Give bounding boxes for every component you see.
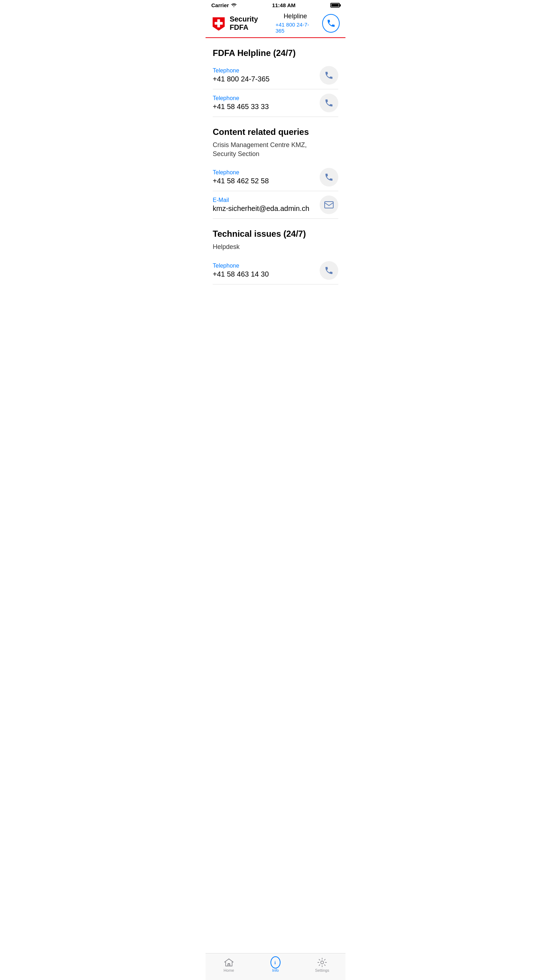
contact-label-email: E-Mail: [213, 197, 309, 204]
header-brand: Security FDFA: [211, 15, 276, 32]
tab-info-label: Info: [272, 968, 279, 972]
tab-home-label: Home: [223, 968, 234, 972]
email-icon-circle: [320, 196, 338, 214]
tab-settings[interactable]: Settings: [299, 958, 346, 972]
contact-info-email: E-Mail kmz-sicherheit@eda.admin.ch: [213, 197, 309, 213]
wifi-icon: [231, 3, 237, 8]
swiss-shield-logo: [211, 16, 226, 31]
tab-settings-label: Settings: [315, 968, 329, 972]
phone-icon-circle-3: [320, 168, 338, 186]
helpline-call-button[interactable]: [322, 14, 340, 33]
section-title-technical: Technical issues (24/7): [213, 229, 338, 239]
info-icon: i: [271, 958, 280, 967]
carrier-text: Carrier: [211, 2, 229, 8]
phone-icon-2: [324, 98, 334, 108]
app-name: Security FDFA: [229, 15, 276, 32]
header-helpline: Helpline +41 800 24-7-365: [276, 13, 340, 34]
phone-icon: [326, 19, 336, 28]
tab-home[interactable]: Home: [205, 958, 252, 972]
phone-icon-circle-1: [320, 66, 338, 85]
section-title-fdfa: FDFA Helpline (24/7): [213, 48, 338, 58]
contact-value-phone4: +41 58 463 14 30: [213, 270, 269, 278]
contact-label-phone3: Telephone: [213, 169, 269, 176]
contact-value-phone1: +41 800 24-7-365: [213, 75, 269, 83]
contact-item-email[interactable]: E-Mail kmz-sicherheit@eda.admin.ch: [213, 191, 338, 219]
phone-icon-4: [324, 266, 334, 275]
email-icon: [324, 201, 334, 208]
helpline-label: Helpline: [284, 13, 307, 20]
contact-label-phone2: Telephone: [213, 95, 269, 102]
app-header: Security FDFA Helpline +41 800 24-7-365: [205, 10, 346, 38]
tab-bar: Home i Info Settings: [205, 953, 346, 980]
svg-rect-1: [215, 22, 222, 24]
contact-item-phone2[interactable]: Telephone +41 58 465 33 33: [213, 89, 338, 117]
main-content: FDFA Helpline (24/7) Telephone +41 800 2…: [205, 48, 346, 313]
contact-item-phone3[interactable]: Telephone +41 58 462 52 58: [213, 164, 338, 191]
section-subtitle-technical: Helpdesk: [213, 242, 338, 251]
contact-info-phone2: Telephone +41 58 465 33 33: [213, 95, 269, 111]
contact-value-phone3: +41 58 462 52 58: [213, 177, 269, 185]
phone-icon-1: [324, 71, 334, 80]
contact-info-phone3: Telephone +41 58 462 52 58: [213, 169, 269, 185]
battery-indicator: [330, 3, 340, 8]
contact-value-phone2: +41 58 465 33 33: [213, 103, 269, 111]
phone-icon-3: [324, 173, 334, 182]
helpline-info: Helpline +41 800 24-7-365: [276, 13, 315, 34]
svg-text:i: i: [274, 960, 276, 965]
settings-icon: [317, 958, 327, 967]
svg-point-5: [321, 961, 323, 964]
contact-label-phone4: Telephone: [213, 262, 269, 269]
tab-info[interactable]: i Info: [252, 958, 299, 972]
section-content-queries: Content related queries Crisis Managemen…: [213, 127, 338, 219]
phone-icon-circle-4: [320, 261, 338, 280]
contact-item-phone1[interactable]: Telephone +41 800 24-7-365: [213, 62, 338, 89]
home-icon: [224, 958, 234, 967]
status-bar: Carrier 11:48 AM: [205, 0, 346, 10]
status-time: 11:48 AM: [272, 2, 295, 8]
section-fdfa-helpline: FDFA Helpline (24/7) Telephone +41 800 2…: [213, 48, 338, 117]
section-technical-issues: Technical issues (24/7) Helpdesk Telepho…: [213, 229, 338, 284]
phone-icon-circle-2: [320, 94, 338, 112]
contact-info-phone4: Telephone +41 58 463 14 30: [213, 262, 269, 278]
section-title-queries: Content related queries: [213, 127, 338, 137]
helpline-number: +41 800 24-7-365: [276, 22, 315, 34]
contact-item-phone4[interactable]: Telephone +41 58 463 14 30: [213, 257, 338, 285]
svg-rect-2: [325, 202, 333, 208]
section-subtitle-queries: Crisis Management Centre KMZ,Security Se…: [213, 141, 338, 159]
contact-value-email: kmz-sicherheit@eda.admin.ch: [213, 204, 309, 213]
contact-info-phone1: Telephone +41 800 24-7-365: [213, 67, 269, 83]
contact-label-phone1: Telephone: [213, 67, 269, 74]
carrier-wifi: Carrier: [211, 2, 237, 8]
